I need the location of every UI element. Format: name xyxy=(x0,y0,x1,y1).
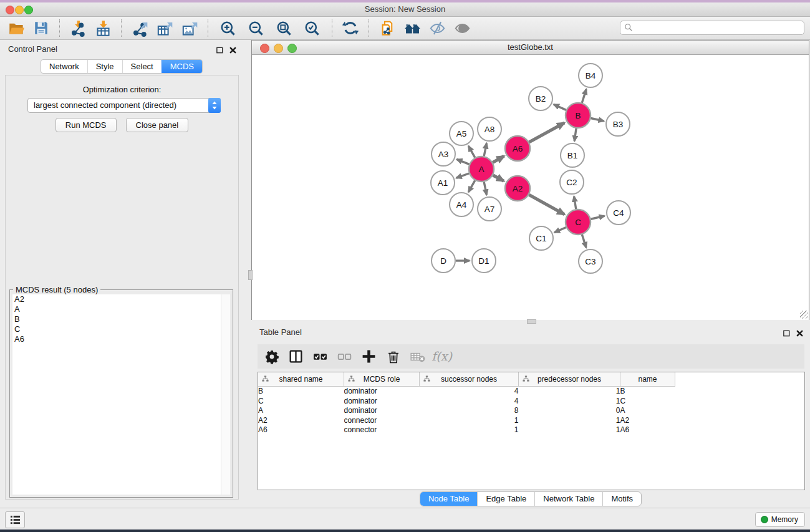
column-header-predecessor-nodes[interactable]: predecessor nodes xyxy=(519,372,620,387)
graph-node-B[interactable]: B xyxy=(566,103,591,128)
graph-edge-A-A8[interactable] xyxy=(484,143,486,157)
close-panel-button[interactable]: Close panel xyxy=(126,118,189,132)
zoom-in-button[interactable] xyxy=(214,18,242,38)
graph-edge-A-A1[interactable] xyxy=(456,173,470,178)
graph-node-A2[interactable]: A2 xyxy=(505,176,530,201)
mcds-result-item[interactable]: B xyxy=(12,314,230,324)
column-header-successor-nodes[interactable]: successor nodes xyxy=(420,372,519,387)
graph-edge-B-B4[interactable] xyxy=(582,89,586,103)
memory-button[interactable]: Memory xyxy=(755,512,805,527)
export-table-button[interactable] xyxy=(152,18,177,38)
graph-edge-C-C2[interactable] xyxy=(574,196,576,210)
graph-node-C3[interactable]: C3 xyxy=(579,249,602,273)
graph-node-C1[interactable]: C1 xyxy=(529,226,553,250)
tab-select[interactable]: Select xyxy=(122,60,162,73)
home-button[interactable] xyxy=(400,18,425,38)
zoom-fit-button[interactable] xyxy=(270,18,298,38)
refresh-button[interactable] xyxy=(338,18,363,38)
table-row[interactable]: A2connector11A2 xyxy=(258,416,675,426)
graph-edge-A2-C[interactable] xyxy=(529,195,564,215)
graph-edge-B-B3[interactable] xyxy=(591,118,604,121)
graph-node-C[interactable]: C xyxy=(566,210,591,235)
tab-network[interactable]: Network xyxy=(41,60,87,73)
tab-network-table[interactable]: Network Table xyxy=(534,492,602,506)
table-row[interactable]: Bdominator41B xyxy=(258,387,675,397)
graph-edge-A-A4[interactable] xyxy=(468,180,475,192)
save-session-button[interactable] xyxy=(29,18,54,38)
show-panel-button[interactable] xyxy=(450,18,475,38)
import-network-button[interactable] xyxy=(65,18,90,38)
table-settings-button[interactable] xyxy=(262,347,281,367)
open-file-button[interactable] xyxy=(4,18,29,38)
graph-node-A1[interactable]: A1 xyxy=(431,171,455,195)
graph-node-B3[interactable]: B3 xyxy=(606,112,630,136)
graph-edge-C-C1[interactable] xyxy=(554,227,566,232)
select-all-columns-button[interactable] xyxy=(311,347,330,367)
splitter-handle-left[interactable] xyxy=(248,270,253,280)
mcds-result-item[interactable]: C xyxy=(12,324,230,334)
graph-node-A5[interactable]: A5 xyxy=(450,122,473,145)
graph-edge-A-A5[interactable] xyxy=(468,146,475,158)
graph-node-A7[interactable]: A7 xyxy=(478,197,501,221)
export-network-button[interactable] xyxy=(127,18,152,38)
graph-edge-C-C3[interactable] xyxy=(582,235,586,248)
create-column-button[interactable] xyxy=(359,347,378,367)
result-scrollbar[interactable] xyxy=(221,294,230,495)
zoom-selected-button[interactable] xyxy=(298,18,326,38)
graph-edge-A6-B[interactable] xyxy=(529,123,564,142)
export-image-button[interactable] xyxy=(177,18,202,38)
clone-network-button[interactable] xyxy=(375,18,400,38)
table-row[interactable]: A6connector11A6 xyxy=(258,425,675,435)
table-toolbar: f(x) xyxy=(258,344,804,369)
graph-node-A8[interactable]: A8 xyxy=(478,117,501,141)
mcds-result-item[interactable]: A6 xyxy=(12,334,230,344)
graph-node-B1[interactable]: B1 xyxy=(561,143,584,167)
column-header-name[interactable]: name xyxy=(620,372,675,387)
graph-node-A3[interactable]: A3 xyxy=(432,142,455,166)
column-header-shared-name[interactable]: shared name xyxy=(258,372,344,387)
tab-motifs[interactable]: Motifs xyxy=(602,492,641,506)
tab-edge-table[interactable]: Edge Table xyxy=(477,492,534,506)
graph-node-A[interactable]: A xyxy=(469,157,494,181)
run-mcds-button[interactable]: Run MCDS xyxy=(55,118,117,132)
graph-edge-A-A2[interactable] xyxy=(493,175,504,181)
graph-edge-A-A6[interactable] xyxy=(493,156,504,162)
tab-node-table[interactable]: Node Table xyxy=(420,492,478,506)
graph-edge-A-A3[interactable] xyxy=(456,159,469,164)
graph-node-D1[interactable]: D1 xyxy=(472,249,496,273)
mcds-result-item[interactable]: A xyxy=(12,304,230,314)
graph-node-A6[interactable]: A6 xyxy=(505,136,530,161)
column-header-mcds-role[interactable]: MCDS role xyxy=(344,372,420,387)
criterion-select[interactable]: largest connected component (directed) xyxy=(27,98,221,113)
graph-node-B2[interactable]: B2 xyxy=(529,87,552,110)
hide-panel-button[interactable] xyxy=(425,18,450,38)
zoom-out-button[interactable] xyxy=(242,18,270,38)
delete-columns-button[interactable] xyxy=(383,347,403,367)
mcds-result-item[interactable]: A2 xyxy=(12,294,230,304)
tab-style[interactable]: Style xyxy=(87,60,122,73)
graph-edge-B-B2[interactable] xyxy=(554,104,566,110)
close-panel-icon[interactable] xyxy=(228,46,237,54)
graph-node-D[interactable]: D xyxy=(432,249,455,273)
graph-edge-B-B1[interactable] xyxy=(574,128,576,141)
graph-node-B4[interactable]: B4 xyxy=(579,64,602,87)
import-table-button[interactable] xyxy=(90,18,115,38)
task-history-button[interactable] xyxy=(5,511,25,528)
table-row[interactable]: Cdominator41C xyxy=(258,397,675,407)
tab-mcds[interactable]: MCDS xyxy=(162,60,202,73)
splitter-handle-bottom[interactable] xyxy=(527,319,536,324)
graph-node-C2[interactable]: C2 xyxy=(560,170,584,194)
graph-edge-A-A7[interactable] xyxy=(484,182,486,195)
float-table-panel-icon[interactable] xyxy=(782,329,791,337)
resize-grip[interactable] xyxy=(800,311,808,319)
graph-edge-C-C4[interactable] xyxy=(591,216,604,219)
float-panel-icon[interactable] xyxy=(215,46,224,54)
search-input[interactable] xyxy=(635,22,800,34)
unselect-all-columns-button[interactable] xyxy=(335,347,354,367)
show-columns-button[interactable] xyxy=(286,347,306,367)
graph-node-C4[interactable]: C4 xyxy=(607,201,630,225)
table-row[interactable]: Adominator80A xyxy=(258,406,675,416)
graph-node-A4[interactable]: A4 xyxy=(450,193,473,216)
network-canvas[interactable]: B4B2BB3A5A8A6A3B1AC2A1A2A4A7C4CC1C3DD1 xyxy=(252,55,809,320)
close-table-panel-icon[interactable] xyxy=(795,329,804,337)
